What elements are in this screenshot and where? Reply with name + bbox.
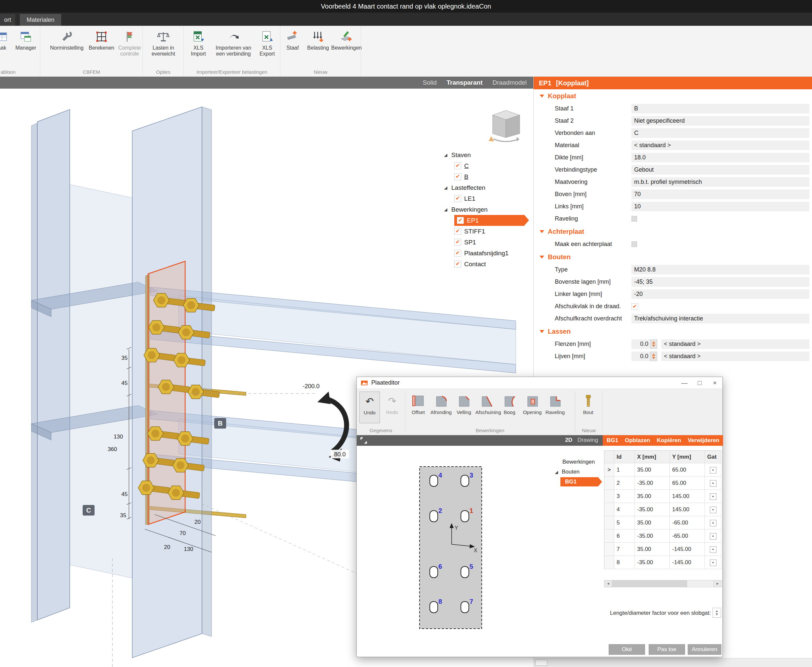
tree-item-b[interactable]: ✔ B [443, 171, 531, 182]
bewerkingen-button[interactable]: Bewerkingen [333, 28, 360, 51]
checkbox-c[interactable]: ✔ [454, 163, 461, 169]
maak-button[interactable]: aak [0, 28, 11, 51]
scroll-left-button[interactable]: ◄ [604, 581, 612, 587]
apply-button[interactable]: Pas toe [649, 644, 685, 655]
gat-button[interactable]: • [710, 546, 716, 553]
panel-bottom-scrollbar[interactable] [533, 658, 812, 667]
expander-icon[interactable]: ◢ [443, 185, 448, 190]
gat-button[interactable]: • [710, 467, 716, 473]
mode-drawing[interactable]: Drawing [578, 437, 598, 443]
gat-button[interactable]: • [710, 559, 716, 566]
lijven-value[interactable]: 0.0 [631, 352, 650, 361]
tree-item-le1[interactable]: ✔ LE1 [443, 193, 531, 204]
xls-export-button[interactable]: XLS Export [256, 28, 278, 57]
expander-icon[interactable]: ◢ [443, 153, 448, 158]
view-mode-draadmodel[interactable]: Draadmodel [493, 79, 527, 86]
bolt-row[interactable]: 6 -35.00 -65.00 • [604, 529, 722, 543]
lasten-evenwicht-button[interactable]: Lasten in evenwicht [149, 28, 178, 57]
links-field[interactable]: 10 [631, 202, 809, 211]
boog-button[interactable]: Boog [498, 392, 521, 415]
staaf1-field[interactable]: B [631, 104, 809, 113]
gat-button[interactable]: • [710, 520, 716, 526]
checkbox-sp1[interactable]: ✔ [454, 239, 461, 246]
bolt-row[interactable]: 5 35.00 -65.00 • [604, 516, 722, 529]
boven-field[interactable]: 70 [631, 189, 809, 199]
bolt-row[interactable]: 4 -35.00 145.00 • [604, 503, 722, 516]
maximize-button[interactable]: □ [692, 377, 707, 388]
expander-icon[interactable]: ◢ [554, 470, 559, 475]
nav-cube[interactable] [486, 105, 526, 144]
tree-node-lasteffecten[interactable]: ◢ Lasteffecten [443, 182, 531, 193]
spin-up-icon[interactable] [652, 341, 655, 343]
minimize-button[interactable]: — [677, 377, 692, 388]
tab-materialen[interactable]: Materialen [20, 14, 61, 26]
maatvoering-field[interactable]: m.b.t. profiel symmetrisch [631, 177, 809, 187]
scroll-thumb[interactable] [612, 581, 687, 587]
bolt-row[interactable]: 8 -35.00 -145.00 • [604, 556, 722, 569]
opening-button[interactable]: Opening [521, 392, 544, 415]
bolt-row[interactable]: 2 -35.00 65.00 • [604, 476, 722, 490]
tree-node-staven[interactable]: ◢ Staven [443, 149, 531, 160]
tree-item-sp1[interactable]: ✔ SP1 [443, 237, 531, 248]
plaateditor-titlebar[interactable]: Plaateditor — □ × [357, 377, 723, 389]
grid-hscrollbar[interactable]: ◄ ► [604, 580, 722, 587]
achterplaat-checkbox[interactable] [631, 241, 637, 247]
raveling-button[interactable]: Raveling [544, 392, 566, 415]
grid-action-kopieren[interactable]: Kopiëren [656, 437, 681, 444]
bolt-row[interactable]: 7 35.00 -145.00 • [604, 543, 722, 556]
editor-tree-selection[interactable]: BG1 [560, 477, 598, 486]
section-bouten[interactable]: Bouten [534, 251, 812, 264]
raveling-checkbox[interactable] [631, 216, 637, 222]
afschuining-button[interactable]: Afschuining [476, 392, 498, 415]
bovenste-lagen-field[interactable]: -45; 35 [631, 277, 809, 287]
spin-down-icon[interactable] [652, 345, 655, 347]
gat-button[interactable]: • [710, 507, 716, 513]
bolt-row[interactable]: > 1 35.00 65.00 • [604, 463, 722, 476]
editor-tree-bewerkingen[interactable]: Bewerkingen [554, 457, 603, 467]
view-mode-solid[interactable]: Solid [423, 79, 436, 86]
undo-button[interactable]: ↶ Undo [360, 392, 380, 423]
tree-item-ep1-selected[interactable]: ✔ EP1 [443, 215, 531, 226]
editor-tree-bouten[interactable]: ◢ Bouten [554, 467, 603, 477]
tree-item-c[interactable]: ✔ C [443, 160, 531, 171]
bolt-row[interactable]: 3 35.00 145.00 • [604, 490, 722, 503]
bout-button[interactable]: Bout [578, 392, 599, 415]
section-lassen[interactable]: Lassen [534, 325, 812, 338]
ok-button[interactable]: Oké [609, 644, 645, 655]
afschuifkracht-field[interactable]: Trek/afschuiving interactie [631, 314, 809, 324]
afronding-button[interactable]: Afronding [430, 392, 452, 415]
spin-up-icon[interactable] [716, 610, 718, 612]
berekenen-button[interactable]: Berekenen [87, 28, 116, 51]
section-kopplaat[interactable]: Kopplaat [534, 89, 812, 103]
mode-2d[interactable]: 2D [565, 437, 572, 443]
flenzen-spinner[interactable] [650, 339, 657, 349]
tree-item-stiff1[interactable]: ✔ STIFF1 [443, 226, 531, 237]
grid-action-opblazen[interactable]: Opblazen [625, 437, 650, 444]
checkbox-le1[interactable]: ✔ [454, 195, 461, 202]
offset-button[interactable]: Offset [407, 392, 429, 415]
complete-controle-button[interactable]: Complete controle [117, 28, 142, 57]
grid-tab-bg1[interactable]: BG1 [607, 437, 618, 444]
xls-import-button[interactable]: XLS Import [186, 28, 210, 57]
checkbox-b[interactable]: ✔ [454, 173, 461, 180]
view-mode-transparant[interactable]: Transparant [447, 79, 483, 86]
redo-button[interactable]: ↷ Redo [382, 392, 403, 415]
expand-view-icon[interactable] [360, 436, 368, 445]
linker-lagen-field[interactable]: -20 [631, 289, 809, 299]
import-verbinding-button[interactable]: Importeren van een verbinding [212, 28, 255, 57]
tree-selection-bar[interactable]: ✔ EP1 [454, 215, 524, 226]
dikte-field[interactable]: 18.0 [631, 153, 809, 163]
spin-down-icon[interactable] [716, 614, 718, 616]
editor-tree-bg1[interactable]: BG1 [554, 477, 603, 487]
spin-down-icon[interactable] [652, 357, 655, 359]
slobgat-spinner[interactable] [713, 608, 721, 618]
spin-up-icon[interactable] [652, 353, 655, 356]
belasting-button[interactable]: Belasting [304, 28, 332, 51]
close-button[interactable]: × [707, 377, 723, 388]
flenzen-value[interactable]: 0.0 [631, 339, 650, 349]
lijven-las-field[interactable]: < standaard > [661, 352, 809, 361]
gat-button[interactable]: • [710, 493, 716, 500]
materiaal-field[interactable]: < standaard > [631, 141, 809, 150]
checkbox-stiff1[interactable]: ✔ [454, 228, 461, 235]
expander-icon[interactable]: ◢ [443, 207, 448, 212]
